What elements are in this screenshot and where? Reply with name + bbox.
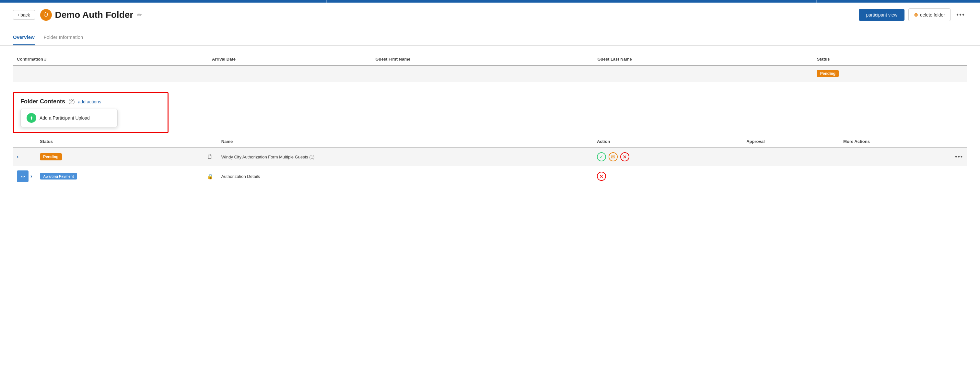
- row1-name-cell: Windy City Authorization Form Multiple G…: [218, 147, 593, 166]
- folder-contents-table: Status Name Action Approval More Actions…: [13, 136, 967, 186]
- page-title: Demo Auth Folder: [55, 10, 134, 20]
- contents-row-2: ⇔ › Awaiting Payment 🔒 Authorization Det…: [13, 166, 967, 186]
- approve-icon[interactable]: ✓: [597, 152, 606, 161]
- cell-guest-first: [372, 65, 594, 82]
- row1-more-actions-cell: •••: [839, 147, 967, 166]
- folder-contents-header-box: Folder Contents (2) add actions + Add a …: [13, 92, 169, 133]
- doc-icon: 🗒: [207, 154, 213, 160]
- row2-status-badge: Awaiting Payment: [40, 173, 77, 180]
- more-actions-header-button[interactable]: •••: [955, 9, 967, 21]
- folder-contents-header: Folder Contents (2) add actions: [21, 98, 161, 105]
- back-button[interactable]: ‹ back: [13, 10, 35, 20]
- tabs: Overview Folder Information: [0, 30, 980, 46]
- header: ‹ back ⏱ Demo Auth Folder ✏ participant …: [0, 3, 980, 27]
- col-action: Action: [593, 136, 743, 147]
- link-icon: ⇔: [21, 174, 25, 180]
- lock-icon: 🔒: [207, 174, 213, 179]
- col-more-actions: More Actions: [839, 136, 967, 147]
- top-bar-segment: [0, 0, 163, 3]
- col-expand: [13, 136, 36, 147]
- add-participant-upload-option[interactable]: Add a Participant Upload: [40, 115, 90, 121]
- col-contents-name: Name: [218, 136, 593, 147]
- row2-approval-cell: [743, 166, 839, 186]
- col-contents-status: Status: [36, 136, 203, 147]
- cell-guest-last: [593, 65, 813, 82]
- row1-more-actions-button[interactable]: •••: [955, 154, 963, 160]
- row2-status-cell: Awaiting Payment: [36, 166, 203, 186]
- row1-status-cell: Pending: [36, 147, 203, 166]
- overview-table: Confirmation # Arrival Date Guest First …: [13, 54, 967, 82]
- reject-icon-2[interactable]: ✕: [597, 172, 606, 181]
- row2-icon-cell: 🔒: [203, 166, 218, 186]
- reject-icon[interactable]: ✕: [620, 152, 629, 161]
- col-status: Status: [813, 54, 967, 65]
- link-icon-box: ⇔: [17, 170, 29, 182]
- add-actions-link[interactable]: add actions: [78, 99, 102, 104]
- delete-x-icon: ⊗: [914, 12, 918, 18]
- add-participant-dropdown: + Add a Participant Upload: [21, 109, 118, 127]
- col-icon: [203, 136, 218, 147]
- top-bar-segment: [327, 0, 490, 3]
- top-bar-segment: [653, 0, 817, 3]
- contents-row-1: › Pending 🗒 Windy City Authorization For…: [13, 147, 967, 166]
- back-label: back: [21, 12, 30, 18]
- row2-more-actions-cell: [839, 166, 967, 186]
- header-actions: participant view ⊗ delete folder •••: [859, 8, 967, 21]
- folder-contents-count: (2): [68, 99, 75, 105]
- folder-contents-section: Folder Contents (2) add actions + Add a …: [13, 92, 967, 186]
- col-confirmation: Confirmation #: [13, 54, 208, 65]
- row1-status-badge: Pending: [40, 153, 62, 161]
- top-bar-segment: [490, 0, 653, 3]
- tab-overview[interactable]: Overview: [13, 30, 35, 45]
- top-bar-segment: [163, 0, 327, 3]
- envelope-icon[interactable]: ✉: [609, 152, 618, 161]
- status-badge-pending: Pending: [817, 70, 839, 77]
- row1-action-cell: ✓ ✉ ✕: [593, 147, 743, 166]
- top-bar-segment: [817, 0, 980, 3]
- cell-arrival-date: [208, 65, 372, 82]
- col-guest-first: Guest First Name: [372, 54, 594, 65]
- tab-folder-information[interactable]: Folder Information: [44, 30, 83, 45]
- folder-contents-title: Folder Contents: [21, 98, 65, 105]
- overview-table-row: Pending: [13, 65, 967, 82]
- main-content: Confirmation # Arrival Date Guest First …: [0, 46, 980, 194]
- chevron-right-icon-2[interactable]: ›: [30, 174, 32, 179]
- row2-name-cell: Authorization Details: [218, 166, 593, 186]
- add-participant-icon: +: [27, 113, 36, 123]
- folder-icon: ⏱: [40, 9, 52, 21]
- cell-confirmation: [13, 65, 208, 82]
- edit-icon[interactable]: ✏: [137, 11, 142, 19]
- participant-view-button[interactable]: participant view: [859, 9, 905, 21]
- col-guest-last: Guest Last Name: [593, 54, 813, 65]
- chevron-left-icon: ‹: [18, 13, 19, 17]
- delete-folder-label: delete folder: [920, 12, 945, 18]
- row2-action-cell: ✕: [593, 166, 743, 186]
- row1-approval-cell: [743, 147, 839, 166]
- row1-expand-cell: ›: [13, 147, 36, 166]
- row2-link-cell: ⇔ ›: [13, 166, 36, 186]
- top-bar: [0, 0, 980, 3]
- col-arrival-date: Arrival Date: [208, 54, 372, 65]
- col-approval: Approval: [743, 136, 839, 147]
- row1-action-icons: ✓ ✉ ✕: [597, 152, 738, 161]
- delete-folder-button[interactable]: ⊗ delete folder: [908, 8, 950, 21]
- chevron-right-icon[interactable]: ›: [17, 154, 19, 159]
- overview-table-section: Confirmation # Arrival Date Guest First …: [13, 54, 967, 82]
- cell-status: Pending: [813, 65, 967, 82]
- row2-action-icons: ✕: [597, 172, 738, 181]
- row1-icon-cell: 🗒: [203, 147, 218, 166]
